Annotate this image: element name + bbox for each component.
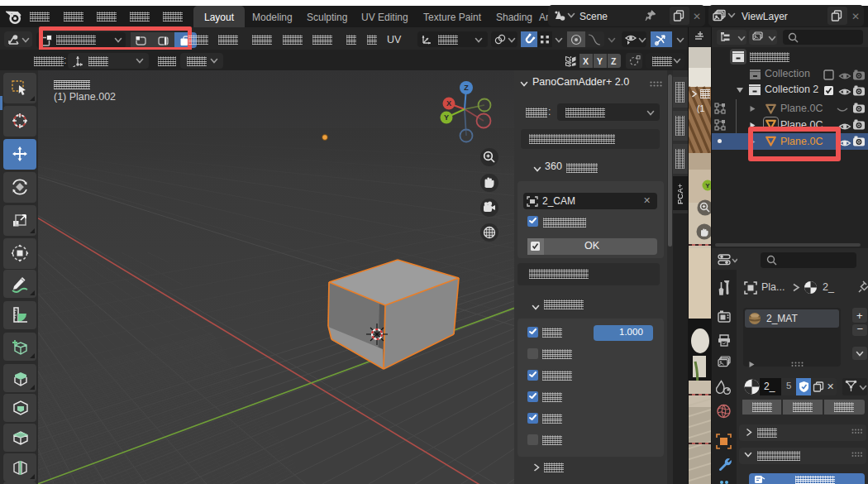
svg-text:X: X <box>446 99 451 108</box>
svg-text:Y: Y <box>444 113 449 122</box>
svg-text:Z: Z <box>464 84 469 92</box>
svg-text:Y: Y <box>705 182 710 189</box>
